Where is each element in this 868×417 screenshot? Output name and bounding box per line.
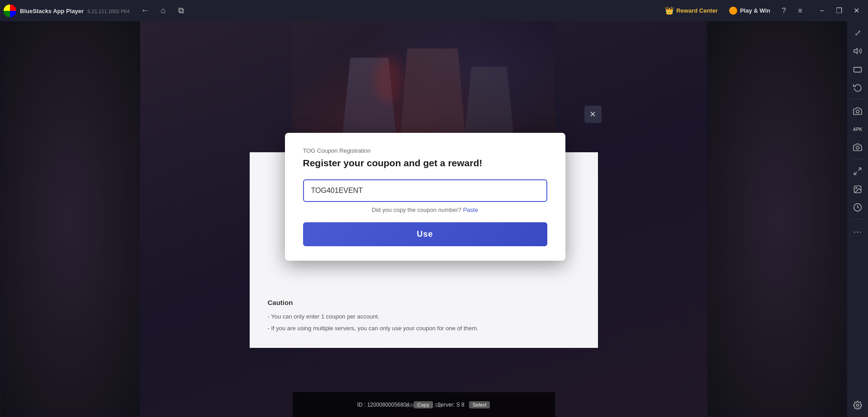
app-name: BlueStacks App Player: [20, 8, 84, 14]
play-win-label: Play & Win: [740, 7, 770, 14]
dialog-heading: Register your coupon and get a reward!: [303, 158, 547, 169]
fit-screen-button[interactable]: ⤢: [849, 25, 866, 41]
sidebar-divider-3: [851, 219, 864, 220]
apk-button[interactable]: APK: [849, 121, 866, 137]
sidebar-divider-1: [851, 99, 864, 99]
menu-button[interactable]: ≡: [794, 5, 806, 17]
macro-button[interactable]: [849, 199, 866, 216]
help-button[interactable]: ?: [778, 5, 790, 17]
crown-icon: 👑: [665, 6, 674, 15]
caution-title: Caution: [268, 299, 580, 306]
nav-controls: ← ⌂ ⧉: [139, 5, 188, 17]
dialog-title: TOG Coupon Registration: [303, 147, 547, 154]
caution-lines: - You can only enter 1 coupon per accoun…: [268, 311, 580, 334]
minimize-button[interactable]: −: [814, 5, 830, 17]
more-button[interactable]: ···: [849, 223, 866, 239]
back-button[interactable]: ←: [139, 5, 152, 17]
svg-point-3: [856, 146, 859, 150]
window-controls: − ❐ ✕: [814, 5, 864, 17]
app-version: 5.21.111.1002 P64: [88, 9, 130, 14]
resize-button[interactable]: [849, 163, 866, 179]
modal-close-button[interactable]: ✕: [584, 106, 602, 123]
paste-link[interactable]: Paste: [463, 206, 478, 213]
coupon-input[interactable]: [303, 179, 547, 202]
caution-line-1: - You can only enter 1 coupon per accoun…: [268, 311, 580, 323]
version-label: 1.06.01(06.2.91): [405, 403, 442, 408]
svg-point-9: [857, 404, 859, 407]
close-button[interactable]: ✕: [848, 5, 864, 17]
restore-button[interactable]: ❐: [831, 5, 847, 17]
tv-cast-button[interactable]: [849, 61, 866, 77]
select-server-button[interactable]: Select: [469, 401, 490, 408]
dialog-wrapper: ✕ TOG Coupon Registration Register your …: [285, 133, 565, 261]
right-sidebar: ⤢ APK: [847, 21, 868, 417]
image-edit-button[interactable]: [849, 181, 866, 197]
bluestacks-logo: [4, 5, 16, 17]
titlebar-right: 👑 Reward Center 🟠 Play & Win ? ≡ − ❐ ✕: [661, 5, 864, 17]
play-win-button[interactable]: 🟠 Play & Win: [725, 5, 774, 17]
bg-right: [707, 21, 847, 417]
svg-point-2: [856, 110, 859, 113]
svg-point-7: [856, 187, 857, 189]
settings-button[interactable]: [849, 397, 866, 413]
paste-hint-text: Did you copy the coupon number?: [372, 206, 461, 213]
home-button[interactable]: ⌂: [157, 5, 170, 17]
id-label: ID : 12000800056804: [357, 402, 409, 408]
caution-line-2: - If you are using multiple servers, you…: [268, 323, 580, 334]
screenshot-button[interactable]: [849, 139, 866, 155]
caution-section: Caution - You can only enter 1 coupon pe…: [250, 288, 598, 348]
use-button[interactable]: Use: [303, 222, 547, 246]
rotate-button[interactable]: [849, 79, 866, 95]
svg-marker-0: [854, 48, 858, 54]
titlebar: BlueStacks App Player 5.21.111.1002 P64 …: [0, 0, 868, 21]
svg-line-4: [859, 168, 861, 171]
reward-center-button[interactable]: 👑 Reward Center: [661, 5, 721, 17]
svg-rect-1: [854, 67, 862, 72]
volume-button[interactable]: [849, 43, 866, 59]
coin-icon: 🟠: [729, 6, 738, 15]
reward-center-label: Reward Center: [676, 7, 718, 14]
camera-button[interactable]: [849, 103, 866, 119]
svg-line-5: [854, 172, 857, 175]
coupon-dialog: TOG Coupon Registration Register your co…: [285, 133, 565, 261]
bg-left: [0, 21, 140, 417]
paste-hint: Did you copy the coupon number? Paste: [303, 206, 547, 213]
sidebar-divider-2: [851, 159, 864, 159]
multi-button[interactable]: ⧉: [175, 5, 188, 17]
